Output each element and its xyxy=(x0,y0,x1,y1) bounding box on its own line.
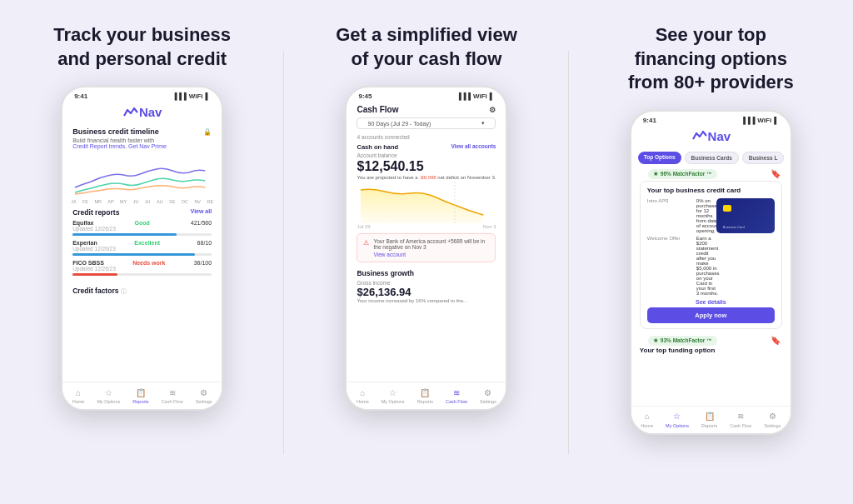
nav-cashflow-1[interactable]: ≋Cash Flow xyxy=(162,387,183,404)
status-bar-1: 9:41 ▐▐▐ WiFi ▌ xyxy=(62,87,222,102)
phone-1: 9:41 ▐▐▐ WiFi ▌ Nav Business credit ti xyxy=(61,86,223,411)
cash-on-hand-header: Cash on hand View all accounts xyxy=(357,143,496,151)
card-image-label: Business Card xyxy=(723,225,745,229)
nav-cashflow-2[interactable]: ≋Cash Flow xyxy=(446,387,467,404)
nav-settings-3[interactable]: ⚙Settings xyxy=(764,411,781,428)
business-growth-title: Business growth xyxy=(347,266,506,279)
nav-settings-2[interactable]: ⚙Settings xyxy=(480,387,496,404)
tab-top-options[interactable]: Top Options xyxy=(638,152,681,164)
col-cashflow: Get a simplified view of your cash flow … xyxy=(284,0,568,504)
date-filter[interactable]: 90 Days (Jul 29 - Today) ▾ xyxy=(357,117,496,129)
gross-income-amount: $26,136.94 xyxy=(347,286,506,298)
phone3-content: Nav Top Options Business Cards Business … xyxy=(631,126,791,433)
account-balance-label: Account balance xyxy=(357,151,496,158)
bottom-nav-2: ⌂Home ☆My Options 📋Reports ≋Cash Flow ⚙S… xyxy=(347,382,506,409)
fico-score: 36/100 xyxy=(194,260,212,266)
col-financing: See your top financing options from 80+ … xyxy=(569,0,853,504)
wifi-icon: WiFi xyxy=(189,92,203,100)
match-badge-1: ★ 96% MatchFactor ™ xyxy=(648,169,717,179)
experian-bar xyxy=(72,253,212,256)
tab-business-loans[interactable]: Business L xyxy=(742,152,785,164)
card-chip xyxy=(723,205,731,212)
gear-icon[interactable]: ⚙ xyxy=(489,106,496,114)
card-section-title: Your top business credit card xyxy=(647,187,775,194)
reports-icon-2: 📋 xyxy=(419,387,431,398)
status-icons-1: ▐▐▐ WiFi ▌ xyxy=(172,92,211,100)
nav-options-2[interactable]: ☆My Options xyxy=(382,387,405,404)
status-bar-2: 9:45 ▐▐▐ WiFi ▌ xyxy=(347,87,506,102)
star-icon-2: ★ xyxy=(653,337,658,344)
nav-cashflow-3[interactable]: ≋Cash Flow xyxy=(730,411,751,428)
bookmark-icon-2[interactable]: 🔖 xyxy=(771,336,781,345)
deficit-amount: -$6,098 xyxy=(419,175,436,180)
fico-status: Needs work xyxy=(132,260,165,266)
wifi-icon-3: WiFi xyxy=(757,117,771,124)
funding-title: Your top funding option xyxy=(631,347,791,354)
signal-icon-2: ▐▐▐ xyxy=(456,92,471,100)
credit-timeline-title: Business credit timeline 🔒 xyxy=(62,124,222,137)
nav-reports-2[interactable]: 📋Reports xyxy=(417,387,433,404)
status-time-1: 9:41 xyxy=(74,92,87,100)
wifi-icon-2: WiFi xyxy=(473,92,487,100)
home-icon: ⌂ xyxy=(72,387,84,398)
phone2-content: Cash Flow ⚙ 90 Days (Jul 29 - Today) ▾ 4… xyxy=(347,102,506,409)
nav-reports-1[interactable]: 📋Reports xyxy=(132,387,148,404)
tab-business-cards[interactable]: Business Cards xyxy=(685,152,739,164)
credit-item-experian: Experian Excellent 68/10 Updated 12/26/2… xyxy=(72,240,212,256)
credit-subtitle: Build financial health faster with Credi… xyxy=(62,137,222,152)
cash-on-hand-section: Cash on hand View all accounts Account b… xyxy=(347,142,506,158)
bottom-nav-1: ⌂Home ☆My Options 📋Reports ≋Cash Flow ⚙S… xyxy=(62,382,222,409)
welcome-value: Earn a $200 statement credit after you m… xyxy=(696,236,720,296)
nav-logo-icon xyxy=(122,107,139,118)
credit-card-section: Your top business credit card Business C… xyxy=(640,181,782,329)
credit-chart-labels: JAFEMRAPMYJUJUAUSEOCNVDE xyxy=(62,198,222,205)
experian-name: Experian xyxy=(72,240,97,246)
status-time-2: 9:45 xyxy=(358,92,372,100)
equifax-name: Equifax xyxy=(72,220,93,226)
fico-name: FICO SBSS xyxy=(72,260,104,266)
credit-item-fico: FICO SBSS Needs work 36/100 Updated 12/2… xyxy=(72,260,212,276)
welcome-row: Welcome Offer Earn a $200 statement cred… xyxy=(647,236,711,296)
col1-heading: Track your business and personal credit xyxy=(47,23,238,71)
battery-icon-2: ▌ xyxy=(490,92,495,100)
reports-icon-3: 📋 xyxy=(704,411,716,422)
cashflow-header: Cash Flow ⚙ xyxy=(347,102,506,117)
cashflow-icon-2: ≋ xyxy=(451,387,462,398)
status-icons-2: ▐▐▐ WiFi ▌ xyxy=(456,92,495,100)
credit-reports-header: Credit reports View all xyxy=(72,208,212,217)
nav-options-1[interactable]: ☆My Options xyxy=(97,387,120,404)
cash-chart xyxy=(347,182,506,223)
nav-logo-1: Nav xyxy=(62,102,222,124)
status-time-3: 9:41 xyxy=(643,117,656,124)
reports-icon: 📋 xyxy=(135,387,147,398)
battery-icon-3: ▌ xyxy=(774,117,779,124)
nav-options-3[interactable]: ☆My Options xyxy=(666,411,689,428)
nav-settings-1[interactable]: ⚙Settings xyxy=(196,387,212,404)
view-account-link[interactable]: View account xyxy=(373,252,489,257)
main-layout: Track your business and personal credit … xyxy=(0,0,853,504)
match-badge-2: ★ 93% MatchFactor ™ xyxy=(648,336,717,346)
nav-reports-3[interactable]: 📋Reports xyxy=(701,411,717,428)
view-all-accounts-link[interactable]: View all accounts xyxy=(451,143,496,151)
nav-home-3[interactable]: ⌂Home xyxy=(641,411,653,428)
balance-amount: $12,540.15 xyxy=(347,158,506,175)
gross-income-label: Gross income xyxy=(347,279,506,286)
nav-home-2[interactable]: ⌂Home xyxy=(357,387,369,404)
apply-now-button[interactable]: Apply now xyxy=(647,307,775,323)
col-credit: Track your business and personal credit … xyxy=(0,0,284,504)
nav-logo-text-3: Nav xyxy=(708,129,731,143)
see-details-link[interactable]: See details xyxy=(647,299,775,305)
fico-updated: Updated 12/26/23 xyxy=(72,266,212,272)
status-bar-3: 9:41 ▐▐▐ WiFi ▌ xyxy=(631,112,791,126)
view-all-link[interactable]: View all xyxy=(191,208,212,217)
warning-icon: ⚠ xyxy=(363,239,369,247)
credit-factors-title: Credit factors ⓘ xyxy=(62,283,222,299)
credit-reports: Credit reports View all Equifax Good 421… xyxy=(62,205,222,283)
equifax-bar xyxy=(72,233,212,236)
options-icon: ☆ xyxy=(102,387,114,398)
status-icons-3: ▐▐▐ WiFi ▌ xyxy=(741,117,779,124)
nav-home-1[interactable]: ⌂Home xyxy=(72,387,85,404)
bookmark-icon[interactable]: 🔖 xyxy=(771,169,781,178)
star-icon: ★ xyxy=(653,171,658,177)
nav-logo-3: Nav xyxy=(631,126,791,148)
